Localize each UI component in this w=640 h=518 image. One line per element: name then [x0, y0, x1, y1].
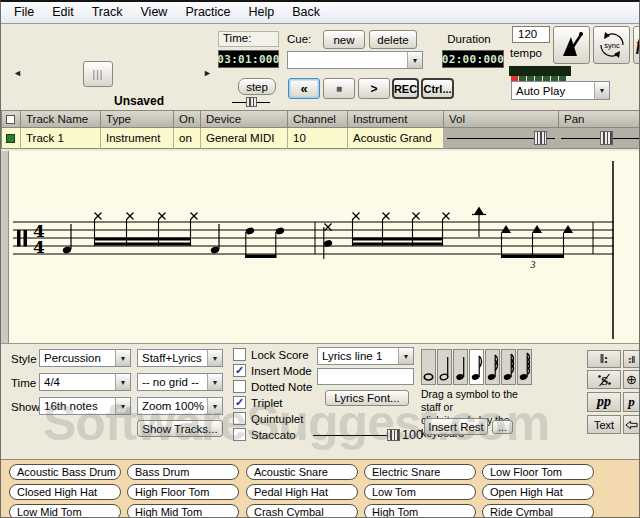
chevron-down-icon[interactable]: ▼ — [594, 82, 609, 99]
thirtysecond-note-button[interactable] — [501, 349, 516, 385]
cue-new-button[interactable]: new — [323, 30, 365, 49]
ctrl-button[interactable]: Ctrl... — [421, 78, 454, 99]
sync-button[interactable]: sync — [593, 26, 630, 64]
chevron-down-icon[interactable]: ▼ — [407, 52, 422, 68]
vol-slider-thumb[interactable] — [534, 131, 547, 145]
drum-pad[interactable]: Ride Cymbal — [482, 504, 594, 518]
pianissimo-button[interactable]: pp — [587, 392, 621, 412]
time-signature-select[interactable]: 4/4▼ — [39, 373, 131, 391]
zoom-select[interactable]: Zoom 100%▼ — [137, 397, 223, 415]
track-select-cell[interactable] — [1, 128, 21, 149]
drum-pad[interactable]: Bass Drum — [127, 464, 239, 480]
percussion-staff[interactable]: 4 4 — [1, 151, 640, 343]
back-arrow-button[interactable] — [623, 415, 640, 434]
segno-button[interactable]: S — [587, 370, 621, 389]
staccato-checkbox[interactable] — [233, 428, 246, 441]
sixtyfourth-note-button[interactable] — [517, 349, 532, 385]
layout-select[interactable]: Staff+Lyrics▼ — [137, 349, 223, 367]
song-position-scrollbar[interactable]: ◄ ||| ► — [7, 61, 217, 87]
cue-select[interactable]: ▼ — [287, 51, 423, 69]
drum-pad[interactable]: Acoustic Snare — [246, 464, 358, 480]
record-button[interactable]: REC — [392, 78, 419, 99]
chevron-down-icon[interactable]: ▼ — [115, 350, 130, 366]
chevron-down-icon[interactable]: ▼ — [207, 398, 222, 414]
lyrics-input[interactable] — [317, 368, 414, 385]
begin-repeat-button[interactable]: ‖: — [587, 350, 621, 368]
coda-button[interactable]: ⊕ — [623, 370, 640, 389]
chevron-down-icon[interactable]: ▼ — [398, 348, 413, 364]
chevron-down-icon[interactable]: ▼ — [115, 398, 130, 414]
quintuplet-checkbox[interactable] — [233, 412, 246, 425]
track-type-cell[interactable]: Instrument — [101, 128, 174, 149]
show-notes-select[interactable]: 16th notes▼ — [39, 397, 131, 415]
velocity-slider-thumb[interactable] — [387, 429, 400, 441]
menu-edit[interactable]: Edit — [43, 2, 83, 23]
drum-pad[interactable]: Acoustic Bass Drum — [9, 464, 121, 480]
stop-button[interactable]: ■ — [323, 78, 355, 99]
track-active-indicator[interactable] — [6, 134, 15, 143]
track-name-cell[interactable]: Track 1 — [21, 128, 101, 149]
text-symbol-button[interactable]: Text — [587, 415, 621, 434]
track-on-cell[interactable]: on — [174, 128, 201, 149]
drum-pad[interactable]: Low Tom — [364, 484, 476, 500]
autoplay-select[interactable]: Auto Play ▼ — [511, 81, 610, 100]
menu-file[interactable]: File — [5, 2, 43, 23]
insert-rest-button[interactable]: Insert Rest — [424, 418, 488, 435]
drum-pad[interactable]: Crash Cymbal — [246, 504, 358, 518]
pan-slider-thumb[interactable] — [600, 131, 613, 145]
menu-help[interactable]: Help — [240, 2, 284, 23]
drum-pad[interactable]: Low Mid Tom — [9, 504, 121, 518]
menu-back[interactable]: Back — [283, 2, 329, 23]
lock-score-checkbox[interactable] — [233, 348, 246, 361]
whole-note-button[interactable] — [421, 349, 436, 385]
cue-delete-button[interactable]: delete — [369, 30, 417, 49]
drum-pad[interactable]: Closed High Hat — [9, 484, 121, 500]
hihat-sixteenth-group[interactable] — [352, 213, 450, 247]
chevron-down-icon[interactable]: ▼ — [207, 374, 222, 390]
scroll-left-icon[interactable]: ◄ — [13, 68, 22, 78]
drum-pad[interactable]: High Floor Tom — [127, 484, 239, 500]
select-all-checkbox[interactable] — [6, 115, 15, 124]
style-select[interactable]: Percussion▼ — [39, 349, 131, 367]
score-area[interactable]: 4 4 — [1, 151, 639, 343]
position-scrollbar-thumb[interactable]: ||| — [83, 61, 113, 87]
play-button[interactable]: > — [358, 78, 390, 99]
track-channel-cell[interactable]: 10 — [288, 128, 348, 149]
drum-pad[interactable]: High Mid Tom — [127, 504, 239, 518]
piano-button[interactable]: p — [623, 392, 640, 412]
sixteenth-note-button[interactable] — [485, 349, 500, 385]
triplet-checkbox[interactable]: ✓ — [233, 396, 246, 409]
half-note-button[interactable] — [437, 349, 452, 385]
tempo-input[interactable]: 120 — [512, 26, 550, 43]
triplet-group[interactable]: 3 — [501, 225, 573, 270]
scroll-right-icon[interactable]: ► — [203, 68, 212, 78]
insert-mode-checkbox[interactable]: ✓ — [233, 364, 246, 377]
fx-button[interactable]: fx — [633, 26, 640, 64]
hihat-sixteenth-group[interactable] — [94, 213, 198, 247]
drum-pad[interactable]: Open High Hat — [482, 484, 594, 500]
grid-select[interactable]: -- no grid --▼ — [137, 373, 223, 391]
more-rest-button[interactable]: ... — [492, 420, 513, 434]
menu-track[interactable]: Track — [83, 2, 132, 23]
step-button[interactable]: step — [238, 78, 276, 95]
end-repeat-button[interactable]: :‖ — [623, 350, 640, 368]
dotted-note-checkbox[interactable] — [233, 380, 246, 393]
drum-pad[interactable]: Electric Snare — [364, 464, 476, 480]
eighth-note-button[interactable] — [469, 349, 484, 385]
rewind-button[interactable]: « — [288, 78, 320, 99]
menu-view[interactable]: View — [132, 2, 177, 23]
lyrics-line-select[interactable]: Lyrics line 1▼ — [317, 347, 414, 365]
drum-pad[interactable]: Pedal High Hat — [246, 484, 358, 500]
quarter-note-button[interactable] — [453, 349, 468, 385]
note-bass-drum-quarter[interactable] — [210, 224, 220, 254]
snare-eighth-pair[interactable] — [245, 227, 285, 258]
lyrics-font-button[interactable]: Lyrics Font... — [325, 390, 409, 406]
show-tracks-button[interactable]: Show Tracks... — [137, 420, 223, 437]
note-bass-drum-quarter[interactable] — [62, 224, 72, 254]
track-device-cell[interactable]: General MIDI — [201, 128, 288, 149]
drum-pad[interactable]: Low Floor Tom — [482, 464, 594, 480]
step-slider-thumb[interactable] — [246, 97, 257, 107]
menu-practice[interactable]: Practice — [176, 2, 239, 23]
drum-pad[interactable]: High Tom — [364, 504, 476, 518]
chevron-down-icon[interactable]: ▼ — [115, 374, 130, 390]
